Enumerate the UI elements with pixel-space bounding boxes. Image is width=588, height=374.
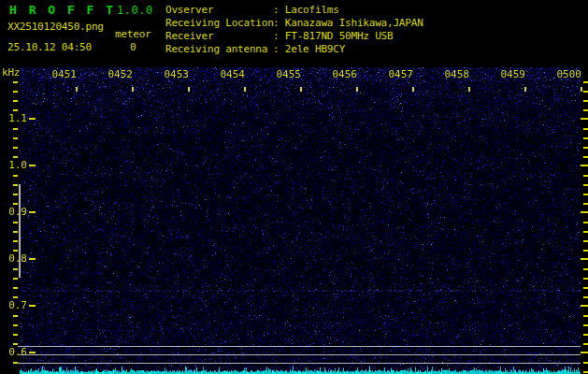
y-minor-tick-left <box>13 137 18 139</box>
app-title: H R O F F T <box>9 3 116 17</box>
x-tick-label: 0500 <box>553 68 581 80</box>
app-version: 1.0.0 <box>117 4 153 17</box>
info-label: Receiving Location <box>165 17 273 29</box>
y-major-tick-right <box>581 352 588 353</box>
y-minor-tick-right <box>583 334 588 336</box>
y-minor-tick-left <box>13 268 18 270</box>
y-tick-label: 0.6 <box>0 346 27 358</box>
y-minor-tick-left <box>13 194 18 195</box>
y-minor-tick-left <box>13 222 18 223</box>
y-minor-tick-left <box>13 231 18 233</box>
y-minor-tick-left <box>13 91 18 93</box>
y-minor-tick-left <box>13 184 18 186</box>
threshold-line-middle <box>18 354 581 355</box>
y-minor-tick-left <box>13 147 18 149</box>
info-label: Ovserver <box>165 4 273 16</box>
y-minor-tick-left <box>13 128 18 130</box>
y-minor-tick-right <box>583 81 588 83</box>
x-tick-label: 0452 <box>105 68 133 80</box>
y-minor-tick-right <box>583 109 588 111</box>
info-value: : 2ele HB9CY <box>273 43 345 55</box>
y-minor-tick-right <box>583 222 588 223</box>
y-minor-tick-left <box>13 362 18 364</box>
y-major-tick-right <box>581 211 588 213</box>
x-tick-label: 0454 <box>217 68 245 80</box>
x-minute-tick <box>244 87 246 92</box>
info-value: : Lacofilms <box>273 4 339 16</box>
station-info-row: Ovserver: Lacofilms <box>165 4 423 17</box>
y-minor-tick-right <box>583 203 588 205</box>
y-minor-tick-right <box>583 278 588 280</box>
y-major-tick-right <box>581 305 588 307</box>
x-minute-tick <box>412 87 414 92</box>
y-minor-tick-left <box>13 334 18 336</box>
hrofft-output-window: H R O F F T 1.0.0 XX2510120450.png meteo… <box>0 0 588 374</box>
x-minute-tick <box>356 87 358 92</box>
y-major-tick-left <box>29 305 36 307</box>
x-tick-label: 0457 <box>385 68 413 80</box>
y-minor-tick-right <box>583 315 588 317</box>
y-minor-tick-left <box>13 296 18 298</box>
x-tick-label: 0459 <box>497 68 525 80</box>
y-major-tick-right <box>581 118 588 120</box>
y-minor-tick-left <box>13 278 18 280</box>
y-minor-tick-right <box>583 324 588 326</box>
x-minute-tick <box>300 87 302 92</box>
y-tick-label: 0.7 <box>0 299 27 311</box>
meteor-counter-label: meteor <box>115 28 151 40</box>
y-major-tick-left <box>29 258 36 260</box>
x-minute-tick <box>581 87 582 92</box>
threshold-line-lower <box>18 363 581 364</box>
spectrogram-plot: kHz 1.11.00.90.80.70.6045104520453045404… <box>0 64 588 374</box>
x-tick-label: 0451 <box>49 68 77 80</box>
y-minor-tick-right <box>583 240 588 242</box>
observation-datetime: 25.10.12 04:50 <box>7 41 92 53</box>
y-minor-tick-right <box>583 287 588 289</box>
y-minor-tick-left <box>13 109 18 111</box>
y-tick-label: 1.1 <box>0 112 27 124</box>
y-major-tick-right <box>581 258 588 260</box>
output-filename: XX2510120450.png <box>7 21 104 33</box>
x-tick-label: 0458 <box>441 68 469 80</box>
y-minor-tick-right <box>583 128 588 130</box>
y-minor-tick-right <box>583 296 588 298</box>
station-info-block: Ovserver: LacofilmsReceiving Location: K… <box>165 4 423 56</box>
y-minor-tick-right <box>583 175 588 177</box>
x-minute-tick <box>468 87 470 92</box>
y-minor-tick-right <box>583 194 588 195</box>
y-major-tick-left <box>29 352 36 353</box>
y-minor-tick-left <box>13 240 18 242</box>
y-minor-tick-left <box>13 203 18 205</box>
spectrogram-noise-canvas <box>20 67 581 374</box>
x-tick-label: 0456 <box>329 68 357 80</box>
y-axis-unit-label: kHz <box>2 66 20 79</box>
y-major-tick-right <box>581 165 588 166</box>
y-minor-tick-left <box>13 81 18 83</box>
threshold-line-upper <box>18 346 581 347</box>
x-minute-tick <box>524 87 526 92</box>
y-minor-tick-right <box>583 268 588 270</box>
y-minor-tick-right <box>583 371 588 373</box>
y-tick-label: 0.9 <box>0 206 27 218</box>
y-tick-label: 0.8 <box>0 252 27 265</box>
station-info-row: Receiving Location: Kanazawa Ishikawa,JA… <box>165 17 423 30</box>
x-minute-tick <box>188 87 190 92</box>
y-major-tick-left <box>29 118 36 120</box>
y-minor-tick-right <box>583 343 588 345</box>
info-value: : FT-817ND 50MHz USB <box>273 30 393 42</box>
station-info-row: Receiving antenna: 2ele HB9CY <box>165 43 423 56</box>
y-minor-tick-right <box>583 250 588 252</box>
meteor-counter-value: 0 <box>130 41 136 53</box>
y-minor-tick-right <box>583 184 588 186</box>
y-minor-tick-left <box>13 100 18 102</box>
y-minor-tick-left <box>13 315 18 317</box>
y-minor-tick-right <box>583 91 588 93</box>
x-tick-label: 0453 <box>161 68 189 80</box>
y-minor-tick-right <box>583 137 588 139</box>
info-label: Receiving antenna <box>165 43 273 55</box>
y-minor-tick-left <box>13 250 18 252</box>
info-value: : Kanazawa Ishikawa,JAPAN <box>273 17 423 29</box>
y-major-tick-left <box>29 165 36 166</box>
y-minor-tick-left <box>13 175 18 177</box>
y-minor-tick-right <box>583 147 588 149</box>
